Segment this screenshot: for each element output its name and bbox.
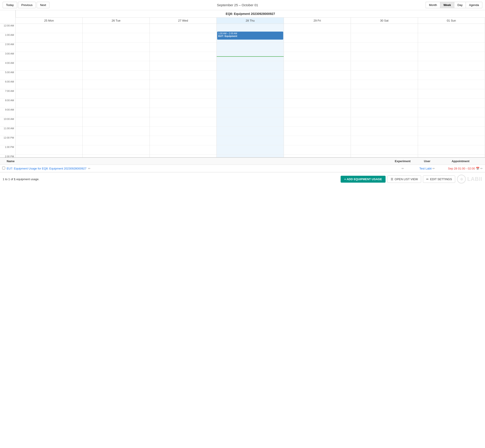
hour-cell[interactable]: [351, 42, 418, 52]
hour-cell[interactable]: [150, 71, 217, 80]
row-name-link[interactable]: EU7: Equipment Usage for EQ8: Equipment …: [7, 167, 86, 170]
day-col-2[interactable]: [150, 24, 217, 157]
day-view-button[interactable]: Day: [454, 2, 466, 8]
hour-cell[interactable]: [16, 127, 82, 136]
hour-cell[interactable]: [16, 89, 82, 98]
hour-cell[interactable]: [418, 24, 485, 33]
hour-cell[interactable]: [284, 80, 351, 89]
hour-cell[interactable]: [418, 145, 485, 155]
day-header-0[interactable]: 25 Mon: [16, 17, 82, 24]
hour-cell[interactable]: [82, 89, 149, 98]
hour-cell[interactable]: [150, 108, 217, 117]
hour-cell[interactable]: [82, 80, 149, 89]
hour-cell[interactable]: [217, 117, 283, 127]
hour-cell[interactable]: [284, 52, 351, 61]
hour-cell[interactable]: [351, 136, 418, 145]
hour-cell[interactable]: [284, 24, 351, 33]
hour-cell[interactable]: [217, 145, 283, 155]
hour-cell[interactable]: [82, 33, 149, 42]
day-header-4[interactable]: 29 Fri: [284, 17, 351, 24]
day-col-0[interactable]: [16, 24, 82, 157]
hour-cell[interactable]: [418, 155, 485, 157]
hour-cell[interactable]: [217, 80, 283, 89]
hour-cell[interactable]: [16, 80, 82, 89]
hour-cell[interactable]: [16, 108, 82, 117]
hour-cell[interactable]: [418, 71, 485, 80]
day-col-3[interactable]: 1:00 AM – 2:00 AMEU7: Equipment: [217, 24, 284, 157]
hour-cell[interactable]: [418, 108, 485, 117]
next-button[interactable]: Next: [37, 2, 49, 8]
agenda-view-button[interactable]: Agenda: [466, 2, 482, 8]
hour-cell[interactable]: [217, 127, 283, 136]
day-header-6[interactable]: 01 Sun: [418, 17, 485, 24]
hour-cell[interactable]: [418, 98, 485, 108]
row-user-edit-icon[interactable]: ✏: [432, 167, 435, 170]
hour-cell[interactable]: [217, 61, 283, 71]
row-exp-edit-icon[interactable]: ✏: [402, 167, 404, 170]
hour-cell[interactable]: [82, 136, 149, 145]
hour-cell[interactable]: [217, 89, 283, 98]
hour-cell[interactable]: [82, 108, 149, 117]
hour-cell[interactable]: [150, 145, 217, 155]
hour-cell[interactable]: [217, 71, 283, 80]
hour-cell[interactable]: [351, 80, 418, 89]
hour-cell[interactable]: [82, 71, 149, 80]
today-button[interactable]: Today: [3, 2, 17, 8]
hour-cell[interactable]: [284, 89, 351, 98]
day-header-1[interactable]: 26 Tue: [82, 17, 150, 24]
hour-cell[interactable]: [351, 89, 418, 98]
hour-cell[interactable]: [418, 33, 485, 42]
hour-cell[interactable]: [418, 80, 485, 89]
hour-cell[interactable]: [82, 155, 149, 157]
day-header-5[interactable]: 30 Sat: [351, 17, 418, 24]
hour-cell[interactable]: [418, 117, 485, 127]
day-header-3[interactable]: 28 Thu: [217, 17, 284, 24]
day-col-6[interactable]: [418, 24, 485, 157]
week-view-button[interactable]: Week: [440, 2, 454, 8]
hour-cell[interactable]: [150, 42, 217, 52]
hour-cell[interactable]: [82, 24, 149, 33]
hour-cell[interactable]: [217, 42, 283, 52]
hour-cell[interactable]: [82, 145, 149, 155]
hour-cell[interactable]: [217, 98, 283, 108]
hour-cell[interactable]: [150, 98, 217, 108]
day-col-5[interactable]: [351, 24, 418, 157]
hour-cell[interactable]: [351, 98, 418, 108]
hour-cell[interactable]: [16, 33, 82, 42]
hour-cell[interactable]: [16, 98, 82, 108]
hour-cell[interactable]: [284, 98, 351, 108]
hour-cell[interactable]: [284, 61, 351, 71]
hour-cell[interactable]: [351, 117, 418, 127]
hour-cell[interactable]: [418, 89, 485, 98]
hour-cell[interactable]: [351, 145, 418, 155]
hour-cell[interactable]: [351, 108, 418, 117]
row-checkbox-input[interactable]: [2, 167, 5, 169]
hour-cell[interactable]: [284, 33, 351, 42]
hour-cell[interactable]: [16, 24, 82, 33]
hour-cell[interactable]: [418, 127, 485, 136]
row-appt-calendar-icon[interactable]: 📅: [476, 167, 479, 170]
hour-cell[interactable]: [150, 24, 217, 33]
row-appt-edit-icon[interactable]: ✏: [480, 167, 483, 170]
hour-cell[interactable]: [418, 52, 485, 61]
hour-cell[interactable]: [150, 33, 217, 42]
hour-cell[interactable]: [217, 136, 283, 145]
month-view-button[interactable]: Month: [426, 2, 440, 8]
day-header-2[interactable]: 27 Wed: [150, 17, 217, 24]
hour-cell[interactable]: [284, 108, 351, 117]
hour-cell[interactable]: [284, 145, 351, 155]
hour-cell[interactable]: [418, 61, 485, 71]
hour-cell[interactable]: [150, 89, 217, 98]
hour-cell[interactable]: [16, 117, 82, 127]
day-col-4[interactable]: [284, 24, 351, 157]
hour-cell[interactable]: [82, 117, 149, 127]
hour-cell[interactable]: [217, 108, 283, 117]
hour-cell[interactable]: [351, 155, 418, 157]
hour-cell[interactable]: [418, 136, 485, 145]
hour-cell[interactable]: [284, 155, 351, 157]
calendar-event[interactable]: 1:00 AM – 2:00 AMEU7: Equipment: [217, 32, 283, 39]
hour-cell[interactable]: [150, 61, 217, 71]
hour-cell[interactable]: [284, 127, 351, 136]
hour-cell[interactable]: [82, 52, 149, 61]
hour-cell[interactable]: [351, 24, 418, 33]
